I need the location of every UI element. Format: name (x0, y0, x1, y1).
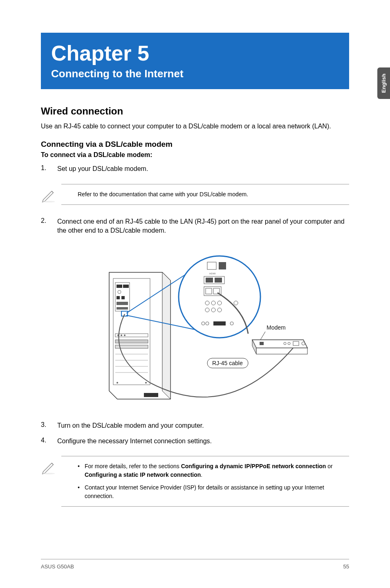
step-1: 1. Set up your DSL/cable modem. (41, 164, 349, 173)
svg-rect-46 (213, 321, 226, 325)
svg-rect-16 (115, 340, 148, 343)
svg-point-14 (121, 334, 122, 336)
pencil-icon (41, 184, 61, 204)
svg-rect-48 (256, 348, 307, 354)
modem-label: Modem (267, 324, 286, 331)
step-text: Turn on the DSL/cable modem and your com… (57, 421, 204, 430)
svg-point-23 (145, 382, 147, 384)
step-text: Connect one end of an RJ-45 cable to the… (57, 217, 349, 236)
step-text: Configure the necessary Internet connect… (57, 437, 212, 446)
chapter-subtitle: Connecting to the Internet (51, 67, 339, 80)
section-intro: Use an RJ-45 cable to connect your compu… (41, 122, 349, 131)
note-text: Refer to the documentation that came wit… (78, 191, 248, 197)
step-number: 4. (41, 437, 57, 446)
modem-icon: Modem (252, 324, 307, 354)
svg-rect-49 (260, 342, 264, 345)
svg-line-54 (260, 332, 265, 340)
svg-rect-33 (215, 278, 222, 283)
connection-diagram: HDMI (41, 248, 349, 405)
svg-rect-24 (144, 393, 158, 397)
svg-rect-7 (117, 296, 120, 299)
chapter-header: Chapter 5 Connecting to the Internet (41, 33, 349, 89)
note-body: Refer to the documentation that came wit… (61, 184, 349, 205)
step-2: 2. Connect one end of an RJ-45 cable to … (41, 217, 349, 236)
note-bullet-1: • For more details, refer to the section… (78, 462, 349, 479)
step-number: 3. (41, 421, 57, 430)
step-3: 3. Turn on the DSL/cable modem and your … (41, 421, 349, 430)
svg-text:HDMI: HDMI (209, 272, 216, 275)
svg-rect-29 (219, 262, 226, 269)
footer-right: 55 (343, 563, 349, 570)
svg-point-1 (43, 201, 55, 202)
step-4: 4. Configure the necessary Internet conn… (41, 437, 349, 446)
svg-rect-10 (117, 307, 128, 310)
svg-rect-9 (117, 302, 128, 305)
svg-rect-4 (117, 285, 122, 288)
note-1: Refer to the documentation that came wit… (41, 184, 349, 205)
svg-rect-32 (206, 278, 213, 283)
svg-point-57 (43, 473, 55, 475)
page: Chapter 5 Connecting to the Internet Wir… (0, 0, 390, 539)
note-body: • For more details, refer to the section… (61, 456, 349, 507)
instruction-heading: To connect via a DSL/cable modem: (41, 151, 349, 159)
svg-line-0 (52, 191, 54, 193)
rj45-cable-label: RJ-45 cable (212, 360, 243, 366)
svg-rect-5 (123, 285, 129, 288)
footer-left: ASUS G50AB (41, 563, 74, 570)
chapter-title: Chapter 5 (51, 41, 339, 65)
svg-point-15 (124, 334, 126, 336)
step-number: 2. (41, 217, 57, 236)
step-text: Set up your DSL/cable modem. (57, 164, 148, 173)
note-bullet-2: • Contact your Internet Service Provider… (78, 483, 349, 500)
svg-point-22 (117, 382, 118, 384)
subsection-title: Connecting via a DSL/cable modem (41, 140, 349, 149)
pencil-icon (41, 456, 61, 476)
svg-rect-35 (206, 288, 212, 294)
svg-rect-8 (121, 296, 125, 299)
page-footer: ASUS G50AB 55 (41, 559, 349, 570)
section-title: Wired connection (41, 105, 349, 117)
note-2: • For more details, refer to the section… (41, 456, 349, 507)
svg-line-56 (52, 463, 54, 465)
step-number: 1. (41, 164, 57, 173)
